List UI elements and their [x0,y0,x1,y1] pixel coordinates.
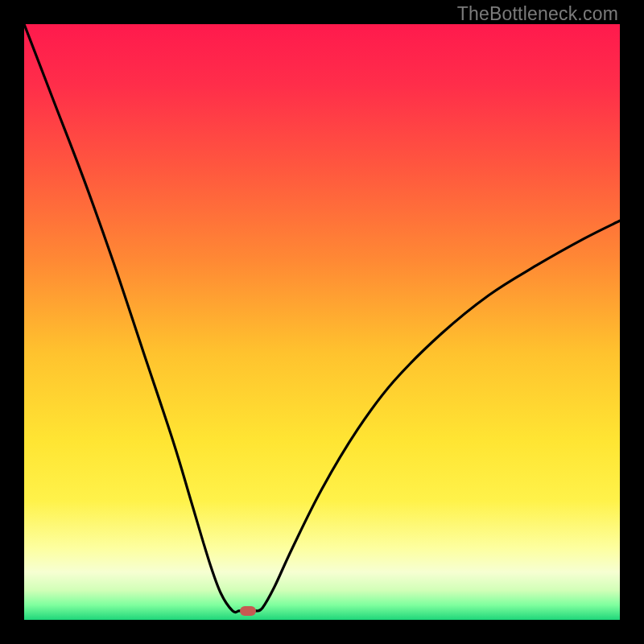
optimal-marker [240,606,256,616]
bottleneck-curve [24,24,620,620]
watermark-text: TheBottleneck.com [457,3,618,25]
outer-frame: TheBottleneck.com [0,0,644,644]
chart-plot-area [24,24,620,620]
